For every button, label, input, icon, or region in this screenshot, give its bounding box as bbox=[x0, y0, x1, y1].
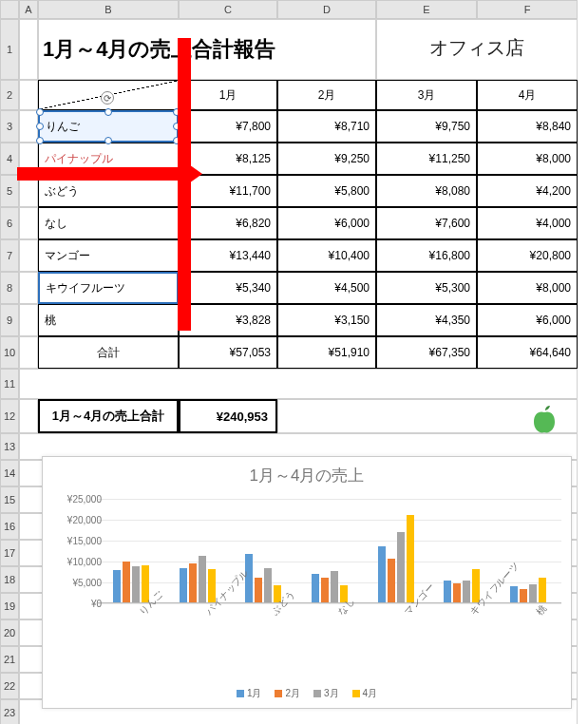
row-header-7[interactable]: 7 bbox=[0, 239, 19, 272]
apple-icon bbox=[530, 405, 559, 442]
row-header-12[interactable]: 12 bbox=[0, 399, 19, 433]
row-header-14[interactable]: 14 bbox=[0, 460, 19, 486]
cell-E3[interactable]: ¥9,750 bbox=[376, 110, 477, 143]
row-header-19[interactable]: 19 bbox=[0, 593, 19, 619]
cell-F6[interactable]: ¥4,000 bbox=[477, 207, 578, 239]
cell-F3[interactable]: ¥8,840 bbox=[477, 110, 578, 143]
cell-F9[interactable]: ¥6,000 bbox=[477, 304, 578, 336]
total-mar[interactable]: ¥67,350 bbox=[376, 336, 477, 369]
cell-E4[interactable]: ¥11,250 bbox=[376, 143, 477, 175]
cell-D7[interactable]: ¥10,400 bbox=[277, 239, 376, 272]
cell-C6[interactable]: ¥6,820 bbox=[179, 207, 277, 239]
row-header-21[interactable]: 21 bbox=[0, 646, 19, 673]
row-header-8[interactable]: 8 bbox=[0, 272, 19, 304]
cell-A7[interactable] bbox=[19, 239, 38, 272]
row-header-5[interactable]: 5 bbox=[0, 175, 19, 207]
row-header-11[interactable]: 11 bbox=[0, 369, 19, 399]
cell-F5[interactable]: ¥4,200 bbox=[477, 175, 578, 207]
cell-C7[interactable]: ¥13,440 bbox=[179, 239, 277, 272]
cell-A8[interactable] bbox=[19, 272, 38, 304]
chart-bar bbox=[463, 581, 470, 602]
cell-D8[interactable]: ¥4,500 bbox=[277, 272, 376, 304]
cell-A6[interactable] bbox=[19, 207, 38, 239]
cell-C8[interactable]: ¥5,340 bbox=[179, 272, 277, 304]
cell-A2[interactable] bbox=[19, 80, 38, 110]
rotate-handle-icon[interactable]: ⟳ bbox=[101, 91, 114, 105]
cell-E9[interactable]: ¥4,350 bbox=[376, 304, 477, 336]
col-header-C[interactable]: C bbox=[179, 0, 277, 19]
cell-E5[interactable]: ¥8,080 bbox=[376, 175, 477, 207]
col-header-F[interactable]: F bbox=[477, 0, 578, 19]
row-header-18[interactable]: 18 bbox=[0, 566, 19, 593]
product-cell-pear[interactable]: なし bbox=[38, 207, 179, 239]
chart-bar bbox=[510, 586, 518, 602]
cell-F4[interactable]: ¥8,000 bbox=[477, 143, 578, 175]
row-header-15[interactable]: 15 bbox=[0, 486, 19, 513]
product-cell-mango[interactable]: マンゴー bbox=[38, 239, 179, 272]
cell-D4[interactable]: ¥9,250 bbox=[277, 143, 376, 175]
cell-A10[interactable] bbox=[19, 336, 38, 369]
row-header-17[interactable]: 17 bbox=[0, 540, 19, 566]
row11-empty[interactable] bbox=[19, 369, 578, 399]
row-header-9[interactable]: 9 bbox=[0, 304, 19, 336]
legend-item: 4月 bbox=[352, 687, 378, 700]
product-cell-apple-selected[interactable]: りんご ⟳ bbox=[38, 110, 179, 143]
chart-bar bbox=[123, 562, 130, 602]
row-header-20[interactable]: 20 bbox=[0, 619, 19, 646]
cell-D6[interactable]: ¥6,000 bbox=[277, 207, 376, 239]
product-cell-peach[interactable]: 桃 bbox=[38, 304, 179, 336]
col-header-D[interactable]: D bbox=[277, 0, 376, 19]
cell-E6[interactable]: ¥7,600 bbox=[376, 207, 477, 239]
cell-D3[interactable]: ¥8,710 bbox=[277, 110, 376, 143]
chart-bar bbox=[180, 568, 187, 602]
chart-bar bbox=[199, 556, 206, 603]
row-header-13[interactable]: 13 bbox=[0, 433, 19, 460]
total-label[interactable]: 合計 bbox=[38, 336, 179, 369]
col-header-E[interactable]: E bbox=[376, 0, 477, 19]
row-header-22[interactable]: 22 bbox=[0, 673, 19, 699]
legend-item: 3月 bbox=[313, 687, 339, 700]
cell-C9[interactable]: ¥3,828 bbox=[179, 304, 277, 336]
month-header-1[interactable]: 1月 bbox=[179, 80, 277, 110]
row-header-1[interactable]: 1 bbox=[0, 19, 19, 80]
row-header-3[interactable]: 3 bbox=[0, 110, 19, 143]
chart-bar bbox=[132, 566, 140, 602]
col-header-A[interactable]: A bbox=[19, 0, 38, 19]
spreadsheet-grid: A B C D E F bbox=[0, 0, 588, 19]
product-cell-kiwi-boxed[interactable]: キウイフルーツ bbox=[38, 272, 179, 304]
chart-bar bbox=[113, 570, 121, 602]
cell-D9[interactable]: ¥3,150 bbox=[277, 304, 376, 336]
store-name[interactable]: オフィス店 bbox=[376, 19, 578, 80]
row-header-2[interactable]: 2 bbox=[0, 80, 19, 110]
grand-total-label[interactable]: 1月～4月の売上合計 bbox=[38, 399, 179, 433]
cell-A3[interactable] bbox=[19, 110, 38, 143]
total-feb[interactable]: ¥51,910 bbox=[277, 336, 376, 369]
cell-F7[interactable]: ¥20,800 bbox=[477, 239, 578, 272]
cell-A9[interactable] bbox=[19, 304, 38, 336]
cell-C3[interactable]: ¥7,800 bbox=[179, 110, 277, 143]
row-header-16[interactable]: 16 bbox=[0, 513, 19, 540]
total-apr[interactable]: ¥64,640 bbox=[477, 336, 578, 369]
month-header-4[interactable]: 4月 bbox=[477, 80, 578, 110]
total-jan[interactable]: ¥57,053 bbox=[179, 336, 277, 369]
grand-total-value[interactable]: ¥240,953 bbox=[179, 399, 277, 433]
select-all-corner[interactable] bbox=[0, 0, 19, 19]
cell-F8[interactable]: ¥8,000 bbox=[477, 272, 578, 304]
cell-D5[interactable]: ¥5,800 bbox=[277, 175, 376, 207]
chart-bar bbox=[312, 574, 319, 602]
row-header-10[interactable]: 10 bbox=[0, 336, 19, 369]
chart-bar bbox=[453, 583, 461, 602]
col-header-B[interactable]: B bbox=[38, 0, 179, 19]
cell-E8[interactable]: ¥5,300 bbox=[376, 272, 477, 304]
cell-A12[interactable] bbox=[19, 399, 38, 433]
page-title[interactable]: 1月～4月の売上合計報告 bbox=[38, 19, 376, 80]
month-header-2[interactable]: 2月 bbox=[277, 80, 376, 110]
row-header-4[interactable]: 4 bbox=[0, 143, 19, 175]
month-header-3[interactable]: 3月 bbox=[376, 80, 477, 110]
cell-A1[interactable] bbox=[19, 19, 38, 80]
embedded-chart[interactable]: 1月～4月の売上 1月2月3月4月 ¥0¥5,000¥10,000¥15,000… bbox=[42, 456, 572, 709]
cell-E7[interactable]: ¥16,800 bbox=[376, 239, 477, 272]
chart-bar bbox=[321, 578, 329, 602]
row-header-23[interactable]: 23 bbox=[0, 699, 19, 724]
row-header-6[interactable]: 6 bbox=[0, 207, 19, 239]
